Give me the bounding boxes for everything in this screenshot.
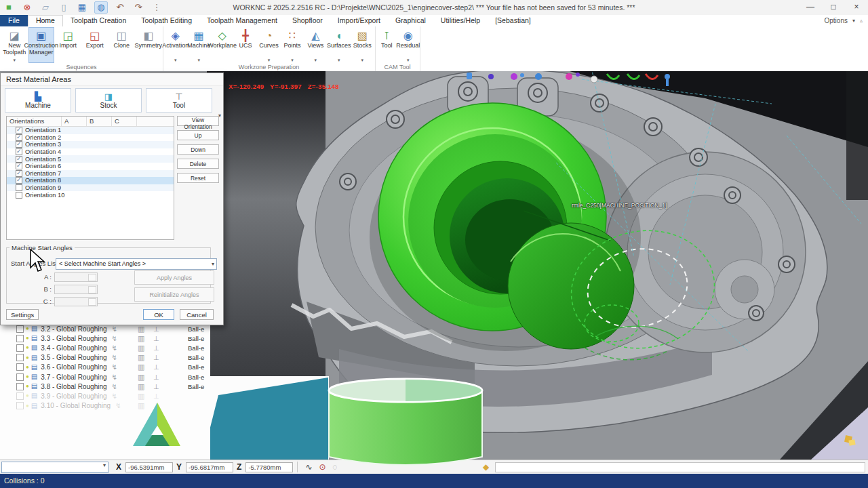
ok-button[interactable]: OK [143, 309, 174, 320]
ribbon-button[interactable]: ∷Points [281, 27, 303, 63]
reinitialize-angles-button[interactable]: Reinitialize Angles [134, 287, 214, 302]
ribbon-button[interactable]: ◖Surfaces [328, 27, 350, 63]
toolpath-tree-row[interactable]: ● ▤ 3.7 - Global Roughing ↯ ▥ ⊥ Ball-e [0, 372, 210, 382]
ribbon-button[interactable]: ╋UCS [234, 27, 256, 63]
orientation-row[interactable]: Orientation 9 [7, 184, 174, 192]
save-icon[interactable]: ▦ [76, 2, 88, 13]
toolpath-select[interactable]: ▾ [1, 462, 108, 473]
ribbon-tab[interactable]: Utilities/Help [433, 15, 488, 26]
message-field[interactable] [495, 462, 865, 472]
apply-angles-button[interactable]: Apply Angles [134, 270, 214, 285]
angle-b-input[interactable] [54, 285, 98, 294]
close-button[interactable]: × [845, 0, 868, 15]
orientation-row[interactable]: Orientation 2 [7, 134, 174, 142]
ribbon-tab[interactable]: Import/Export [330, 15, 388, 26]
ribbon-button[interactable]: ◇Workplane [211, 27, 233, 63]
minimize-button[interactable]: — [799, 0, 822, 15]
ribbon-button[interactable]: ◈Activation [164, 27, 186, 63]
app-icon[interactable]: ■ [3, 2, 15, 13]
dialog-side-button[interactable]: Delete [177, 159, 219, 169]
cancel-button[interactable]: Cancel [180, 309, 214, 320]
measure-points-icon[interactable]: ∿ [305, 462, 312, 472]
dialog-side-button[interactable]: Down [177, 144, 219, 155]
dialog-side-button[interactable]: View Orientation [177, 116, 219, 126]
probe-point-icon[interactable]: ⊙ [319, 462, 326, 472]
toolpath-tree-row[interactable]: ● ▤ 3.3 - Global Roughing ↯ ▥ ⊥ Ball-e [0, 333, 210, 343]
y-coordinate-field[interactable]: -95.6817mm [186, 462, 233, 472]
dialog-side-button[interactable]: Up [177, 130, 219, 140]
orientation-checkbox[interactable] [16, 141, 22, 148]
toolpath-tree-row[interactable]: ● ▤ 3.8 - Global Roughing ↯ ▥ ⊥ Ball-e [0, 382, 210, 391]
orientation-checkbox[interactable] [16, 184, 22, 191]
toolpath-tree-row[interactable]: ● ▤ 3.2 - Global Roughing ↯ ▥ ⊥ Ball-e [0, 324, 210, 333]
ribbon-tab[interactable]: Home [28, 15, 63, 26]
redo-icon[interactable]: ↷ [132, 2, 144, 13]
ribbon-button[interactable]: ⊺Tool [376, 27, 397, 63]
spinner-icon[interactable] [88, 298, 96, 306]
toolpath-checkbox[interactable] [16, 354, 24, 361]
options-menu[interactable]: Options [825, 15, 848, 26]
ribbon-button[interactable]: ◉Residual [398, 27, 419, 63]
toolpath-checkbox[interactable] [16, 383, 24, 390]
dialog-side-button[interactable]: Reset [177, 173, 219, 183]
orientation-checkbox[interactable] [16, 127, 22, 134]
toolpath-checkbox[interactable] [16, 373, 24, 381]
orientation-checkbox[interactable] [16, 156, 22, 163]
ribbon-tab[interactable]: Toolpath Management [199, 15, 285, 26]
tool-change-icon[interactable]: ◆ [483, 462, 489, 472]
angle-a-input[interactable] [54, 272, 98, 282]
toolpath-checkbox[interactable] [16, 344, 24, 352]
ribbon-button[interactable]: ◔Curves [258, 27, 280, 63]
dialog-tab-machine[interactable]: ▙ Machine [5, 88, 71, 113]
orientation-row[interactable]: Orientation 4 [7, 148, 174, 156]
ribbon-button[interactable]: ▧Stocks [351, 27, 374, 63]
toolpath-checkbox[interactable] [16, 392, 24, 400]
orientation-row[interactable]: Orientation 5 [7, 155, 174, 163]
orientation-checkbox[interactable] [16, 192, 22, 199]
dialog-tab-stock[interactable]: ◨ Stock [75, 88, 142, 113]
ribbon-button[interactable]: ◲Import [55, 27, 81, 63]
orientation-checkbox[interactable] [16, 163, 22, 169]
orientation-checkbox[interactable] [16, 170, 22, 177]
undo-icon[interactable]: ↶ [114, 2, 126, 13]
orientation-row[interactable]: Orientation 6 [7, 163, 174, 170]
open-folder-icon[interactable]: ▱ [39, 2, 52, 13]
globe-icon[interactable]: ◍ [94, 1, 108, 14]
spinner-icon[interactable] [88, 286, 96, 293]
toolpath-checkbox[interactable] [16, 325, 24, 333]
toolpath-tree-row[interactable]: ● ▤ 3.4 - Global Roughing ↯ ▥ ⊥ Ball-e [0, 343, 210, 352]
orientation-row[interactable]: Orientation 7 [7, 170, 174, 178]
ribbon-tab[interactable]: Toolpath Editing [134, 15, 199, 26]
ribbon-button[interactable]: ▣Construction Manager [28, 27, 55, 63]
angle-c-input[interactable] [54, 297, 98, 306]
dialog-tab-tool[interactable]: ⊤ Tool [146, 88, 212, 113]
orientation-checkbox[interactable] [16, 148, 22, 155]
ribbon-button[interactable]: ◱Export [82, 27, 108, 63]
ribbon-button[interactable]: ◫Clone [108, 27, 135, 63]
ribbon-tab[interactable]: Shopfloor [285, 15, 330, 26]
toolpath-checkbox[interactable] [16, 402, 24, 409]
start-angles-list-select[interactable]: < Select Machine Start Angles > ▾ [56, 258, 217, 270]
toolpath-tree-row[interactable]: ● ▤ 3.5 - Global Roughing ↯ ▥ ⊥ Ball-e [0, 353, 210, 363]
orientation-row[interactable]: Orientation 1 [7, 127, 174, 134]
orientation-checkbox[interactable] [16, 177, 22, 184]
orientation-row[interactable]: Orientation 8 [7, 177, 174, 184]
ribbon-tab[interactable]: Graphical [388, 15, 433, 26]
close-workzone-icon[interactable]: ⊗ [21, 2, 33, 13]
ribbon-tab[interactable]: Toolpath Creation [63, 15, 134, 26]
orientation-checkbox[interactable] [16, 134, 22, 141]
toolpath-tree-row[interactable]: ● ▤ 3.6 - Global Roughing ↯ ▥ ⊥ Ball-e [0, 363, 210, 372]
chevron-down-icon[interactable]: ▾ [852, 15, 855, 26]
ribbon-tab[interactable]: [Sebastian] [488, 15, 538, 26]
new-file-icon[interactable]: ▯ [58, 2, 70, 13]
toolpath-checkbox[interactable] [16, 335, 24, 342]
ribbon-button[interactable]: ◧Symmetry [136, 27, 162, 63]
orientation-row[interactable]: Orientation 3 [7, 141, 174, 148]
maximize-button[interactable]: □ [822, 0, 845, 15]
toolpath-checkbox[interactable] [16, 363, 24, 371]
x-coordinate-field[interactable]: -96.5391mm [125, 462, 173, 472]
z-coordinate-field[interactable]: -5.7780mm [245, 462, 293, 472]
menu-dots-icon[interactable]: ⋮ [151, 2, 163, 13]
ribbon-tab[interactable]: File [0, 15, 28, 26]
orientation-row[interactable]: Orientation 10 [7, 191, 174, 199]
